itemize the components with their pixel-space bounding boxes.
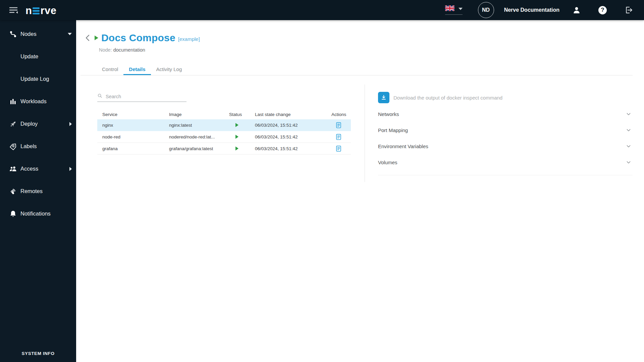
remote-icon	[9, 187, 17, 195]
status-running-icon	[235, 123, 238, 127]
search-input[interactable]	[106, 94, 186, 99]
table-row-node-red[interactable]: node-red nodered/node-red:lat... 06/03/2…	[97, 131, 351, 143]
sidebar-item-notifications[interactable]: Notifications	[0, 202, 76, 225]
sidebar-item-label: Update Log	[20, 76, 49, 82]
language-select[interactable]	[445, 5, 463, 15]
sidebar: Nodes Update Update Log Workloads	[0, 20, 76, 362]
chevron-down-icon	[626, 127, 631, 133]
sidebar-item-label: Notifications	[20, 210, 51, 217]
chevron-down-icon	[626, 111, 631, 117]
help-icon[interactable]: ?	[598, 6, 607, 14]
service-name: grafana	[97, 146, 164, 151]
logs-action-icon[interactable]	[336, 134, 341, 140]
service-name: node-red	[97, 134, 164, 139]
search-icon	[97, 93, 103, 100]
nerve-logo: n rve	[25, 4, 56, 16]
chevron-down-icon	[459, 8, 463, 10]
sidebar-item-label: Labels	[20, 143, 37, 149]
inspect-bottom-divider	[378, 175, 633, 175]
service-image: grafana/grafana:latest	[164, 146, 224, 151]
column-header-last-state-change: Last state change	[250, 112, 326, 117]
sidebar-item-labels[interactable]: Labels	[0, 135, 76, 158]
node-value: documentation	[113, 47, 145, 53]
avatar[interactable]: ND	[478, 2, 494, 18]
help-glyph: ?	[601, 7, 604, 13]
tab-control[interactable]: Control	[97, 63, 123, 75]
search-field[interactable]	[97, 91, 186, 102]
accordion-label: Port Mapping	[378, 127, 408, 133]
logs-action-icon[interactable]	[336, 145, 341, 152]
sidebar-item-access[interactable]: Access	[0, 158, 76, 180]
last-state-change: 06/03/2024, 15:51:42	[250, 146, 326, 151]
last-state-change: 06/03/2024, 15:51:42	[250, 123, 326, 128]
accordion-label: Networks	[378, 111, 399, 117]
table-row-grafana[interactable]: grafana grafana/grafana:latest 06/03/202…	[97, 143, 351, 155]
accordion-label: Volumes	[378, 160, 397, 165]
status-running-icon	[235, 146, 238, 150]
logs-action-icon[interactable]	[336, 122, 341, 128]
back-button[interactable]	[84, 34, 92, 42]
sidebar-item-label: Workloads	[20, 98, 47, 105]
chevron-right-icon	[69, 167, 72, 171]
menu-toggle-icon[interactable]	[9, 6, 19, 14]
sidebar-item-nodes[interactable]: Nodes	[0, 23, 76, 45]
table-row-nginx[interactable]: nginx nginx:latest 06/03/2024, 15:51:42	[97, 119, 351, 131]
users-icon	[9, 165, 17, 173]
top-bar: n rve ND Nerve Documentation	[0, 0, 644, 20]
sidebar-item-label: Update	[20, 53, 38, 60]
column-header-actions: Actions	[326, 112, 351, 117]
last-state-change: 06/03/2024, 15:51:42	[250, 134, 326, 139]
download-button[interactable]	[378, 92, 389, 103]
download-label: Download the output of docker inspect co…	[393, 95, 502, 101]
sidebar-item-label: Remotes	[20, 188, 43, 194]
service-name: nginx	[97, 123, 164, 128]
tag-icon	[9, 142, 17, 150]
services-table: Service Image Status Last state change A…	[97, 109, 351, 155]
chevron-down-icon	[68, 33, 72, 35]
sidebar-item-remotes[interactable]: Remotes	[0, 180, 76, 202]
accordion-networks[interactable]: Networks	[378, 106, 633, 122]
detail-tabs: Control Details Activity Log	[97, 63, 187, 75]
tab-activity-log[interactable]: Activity Log	[151, 63, 187, 75]
service-image: nodered/node-red:lat...	[164, 134, 224, 139]
avatar-initials: ND	[482, 7, 490, 13]
table-header-row: Service Image Status Last state change A…	[97, 109, 351, 119]
sidebar-item-update-log[interactable]: Update Log	[0, 68, 76, 90]
node-subtitle: Node: documentation	[99, 47, 145, 53]
workload-running-icon	[95, 36, 98, 40]
accordion-label: Environment Variables	[378, 143, 428, 149]
sidebar-item-update[interactable]: Update	[0, 45, 76, 68]
rocket-icon	[9, 120, 17, 128]
chevron-down-icon	[626, 143, 631, 149]
inspect-panel: Download the output of docker inspect co…	[378, 89, 633, 175]
tabs-divider	[80, 75, 633, 75]
status-running-icon	[235, 135, 238, 139]
accordion-port-mapping[interactable]: Port Mapping	[378, 122, 633, 138]
account-name: Nerve Documentation	[504, 7, 559, 13]
sidebar-item-deploy[interactable]: Deploy	[0, 113, 76, 135]
user-profile-icon[interactable]	[572, 6, 581, 14]
services-panel: Service Image Status Last state change A…	[97, 91, 351, 155]
bell-icon	[9, 210, 17, 218]
uk-flag-icon	[445, 5, 454, 12]
logo-text-n: n	[25, 6, 32, 16]
sidebar-item-workloads[interactable]: Workloads	[0, 90, 76, 113]
sidebar-item-label: Nodes	[20, 31, 37, 37]
sidebar-item-label: Deploy	[20, 121, 38, 127]
system-info-button[interactable]: SYSTEM INFO	[0, 351, 76, 356]
column-header-service: Service	[97, 112, 164, 117]
accordion-volumes[interactable]: Volumes	[378, 154, 633, 170]
column-header-status: Status	[224, 112, 250, 117]
workload-header: Docs Compose [example]	[84, 32, 200, 44]
service-image: nginx:latest	[164, 123, 224, 128]
logout-icon[interactable]	[625, 6, 633, 14]
workloads-icon	[9, 98, 17, 106]
chevron-right-icon	[69, 122, 72, 126]
tab-details[interactable]: Details	[123, 63, 151, 75]
nodes-icon	[9, 30, 17, 38]
sidebar-item-label: Access	[20, 166, 38, 172]
logo-text-rve: rve	[40, 6, 56, 16]
workload-example-badge: [example]	[178, 36, 200, 42]
accordion-environment-variables[interactable]: Environment Variables	[378, 138, 633, 154]
node-label: Node:	[99, 47, 112, 53]
